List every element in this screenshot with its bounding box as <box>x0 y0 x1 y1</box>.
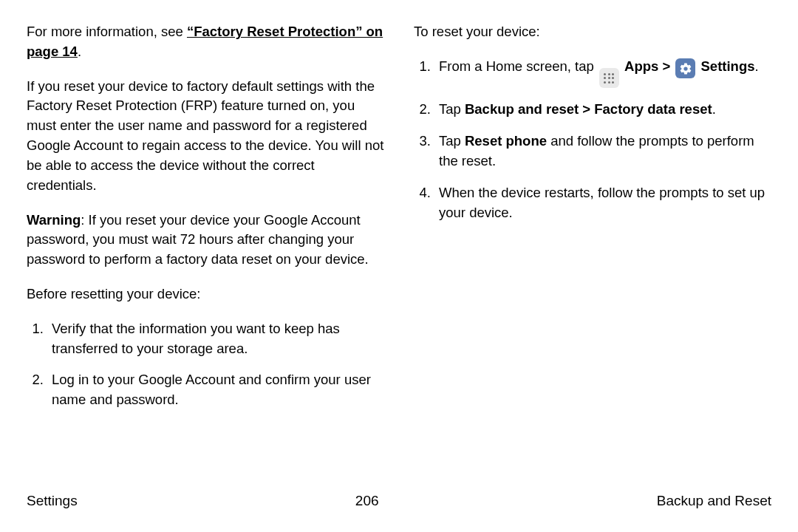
intro-prefix: For more information, see <box>27 24 187 39</box>
footer-left: Settings <box>27 491 78 511</box>
gear-icon <box>679 62 692 75</box>
list-item: When the device restarts, follow the pro… <box>434 183 771 223</box>
before-heading: Before resetting your device: <box>27 284 384 304</box>
frp-paragraph: If you reset your device to factory defa… <box>27 77 384 196</box>
reset-steps-list: From a Home screen, tap Apps > Se <box>414 57 771 223</box>
right-column: To reset your device: From a Home screen… <box>414 22 771 425</box>
list-item: Tap Backup and reset > Factory data rese… <box>434 100 771 120</box>
footer-right: Backup and Reset <box>657 491 771 511</box>
chevron-right-icon: > <box>658 58 674 74</box>
list-item: Log in to your Google Account and confir… <box>47 370 384 410</box>
page-footer: Settings 206 Backup and Reset <box>27 491 771 511</box>
left-column: For more information, see “Factory Reset… <box>27 22 384 425</box>
warning-label: Warning <box>27 212 81 228</box>
list-item: Tap Reset phone and follow the prompts t… <box>434 132 771 171</box>
step2-prefix: Tap <box>439 101 465 117</box>
step2-bold: Backup and reset > Factory data reset <box>465 101 712 117</box>
page-number: 206 <box>355 491 379 511</box>
list-item: Verify that the information you want to … <box>47 319 384 359</box>
step1-prefix: From a Home screen, tap <box>439 58 598 74</box>
intro-suffix: . <box>78 44 81 59</box>
intro-paragraph: For more information, see “Factory Reset… <box>27 22 384 62</box>
two-column-layout: For more information, see “Factory Reset… <box>27 22 771 425</box>
step3-prefix: Tap <box>439 133 465 149</box>
list-item: From a Home screen, tap Apps > Se <box>434 57 771 89</box>
before-steps-list: Verify that the information you want to … <box>27 319 384 410</box>
apps-icon <box>599 68 619 88</box>
apps-grid-icon <box>604 73 614 83</box>
apps-label: Apps <box>624 58 658 74</box>
step1-suffix: . <box>755 58 759 74</box>
warning-paragraph: Warning: If you reset your device your G… <box>27 211 384 270</box>
reset-heading: To reset your device: <box>414 22 771 42</box>
step2-suffix: . <box>712 101 716 117</box>
page-root: For more information, see “Factory Reset… <box>0 0 798 532</box>
step3-bold: Reset phone <box>465 133 547 149</box>
settings-label: Settings <box>701 58 755 74</box>
settings-icon <box>675 58 695 78</box>
